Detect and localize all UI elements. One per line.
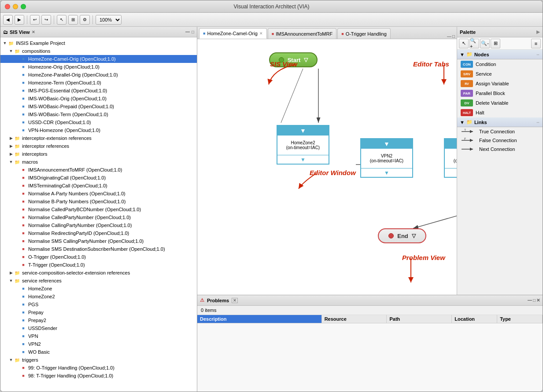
tree-svc-prepay[interactable]: ■ Prepay xyxy=(0,308,197,316)
problems-close-btn[interactable]: ✕ xyxy=(536,298,540,303)
toolbar-select[interactable]: ↖ xyxy=(57,15,66,25)
end-node[interactable]: End ▽ xyxy=(378,228,426,243)
annotation-sis-view: SIS View xyxy=(270,60,297,68)
tree-norm-a[interactable]: ■ Normalise A-Party Numbers (OpenCloud;1… xyxy=(0,190,197,198)
toolbar-back[interactable]: ◀ xyxy=(3,15,13,25)
col-path[interactable]: Path xyxy=(387,315,452,323)
tree-scs-ext[interactable]: ▶ 📁 service-composition-selector-extensi… xyxy=(0,269,197,277)
tree-svc-vpn2[interactable]: ■ VPN2 xyxy=(0,340,197,348)
tree-norm-called[interactable]: ■ Normalise CalledPartyNumber (OpenCloud… xyxy=(0,213,197,221)
tree-ims-orig[interactable]: ■ IMSOriginatingCall (OpenCloud;1.0) xyxy=(0,174,197,182)
palette-zoom-in-tool[interactable]: 🔍+ xyxy=(469,39,479,48)
minimize-button[interactable] xyxy=(13,4,18,9)
tree-triggers[interactable]: ▼ 📁 triggers xyxy=(0,356,197,364)
tree-interceptor-ref[interactable]: ▶ 📁 interceptor references xyxy=(0,142,197,150)
tree-macros[interactable]: ▼ 📁 macros xyxy=(0,158,197,166)
tree-root[interactable]: ▼ 📁 INSIS Example Project xyxy=(0,39,197,47)
tab1-close[interactable]: ✕ xyxy=(259,31,263,36)
tree-item-homezone-orig[interactable]: ■ Homezone-Orig (OpenCloud;1.0) xyxy=(0,63,197,71)
tree-svc-homezone[interactable]: ■ HomeZone xyxy=(0,285,197,293)
nodes-section-header[interactable]: ▼ 📁 Nodes ↔ xyxy=(457,50,543,59)
palette-halt[interactable]: HALT Halt xyxy=(457,108,543,117)
tree-svc-homezone2[interactable]: ■ HomeZone2 xyxy=(0,293,197,300)
tree-norm-bcd[interactable]: ■ Normalise CalledPartyBCDNumber (OpenCl… xyxy=(0,205,197,213)
palette-grid-tool[interactable]: ⊞ xyxy=(491,39,500,48)
zoom-select[interactable]: 100% xyxy=(96,15,122,25)
tab-ims-ann[interactable]: ■ IMSAnnouncementToMRF xyxy=(268,28,336,39)
tab-o-trigger[interactable]: ■ O-Trigger Handling xyxy=(337,28,391,39)
palette-parallel[interactable]: PAR Parallel Block xyxy=(457,88,543,98)
palette-false-conn[interactable]: F False Connection xyxy=(457,136,543,145)
tab-homezone-camel[interactable]: ■ HomeZone-Camel-Orig ✕ xyxy=(199,28,267,39)
sis-minimize-btn[interactable]: — xyxy=(185,29,190,34)
tree-ims-term[interactable]: ■ IMSTerminatingCall (OpenCloud;1.0) xyxy=(0,182,197,190)
toolbar-grid[interactable]: ⊞ xyxy=(68,15,78,25)
tree-svc-ussdsender[interactable]: ■ USSDSender xyxy=(0,324,197,332)
node-homezone2-label: HomeZone2 xyxy=(291,140,315,145)
node-prepay2[interactable]: ▼ Prepay2 (on-timeout=IAC) ▼ xyxy=(444,138,457,178)
end-dropdown-icon[interactable]: ▽ xyxy=(412,233,416,239)
tree-svc-wobasic[interactable]: ■ WO Basic xyxy=(0,348,197,356)
node-homezone2[interactable]: ▼ HomeZone2 (on-timeout=IAC) ▼ xyxy=(277,125,329,165)
tree-item-ussd[interactable]: ■ USSD-CDR (OpenCloud;1.0) xyxy=(0,118,197,126)
tree-t-trigger-handling[interactable]: ■ 98: T-Trigger Handling (OpenCloud;1.0) xyxy=(0,372,197,380)
tree-svc-pgs[interactable]: ■ PGS xyxy=(0,300,197,308)
problems-max-btn[interactable]: □ xyxy=(533,298,536,303)
tree-item-vpn-homezone[interactable]: ■ VPN-Homezone (OpenCloud;1.0) xyxy=(0,126,197,134)
tree-norm-calling[interactable]: ■ Normalise CallingPartyNumber (OpenClou… xyxy=(0,221,197,229)
tree-ims-ann[interactable]: ■ IMSAnnouncementToMRF (OpenCloud;1.0) xyxy=(0,166,197,174)
tree-item-ims-wobasic-prepaid[interactable]: ■ IMS-WOBasic-Prepaid (OpenCloud;1.0) xyxy=(0,103,197,110)
tree-o-trigger-handling[interactable]: ■ 99: O-Trigger Handling (OpenCloud;1.0) xyxy=(0,364,197,372)
tree-o-trigger[interactable]: ■ O-Trigger (OpenCloud;1.0) xyxy=(0,253,197,261)
tree-interceptors[interactable]: ▶ 📁 interceptors xyxy=(0,150,197,158)
tree-item-homezone-camel[interactable]: ■ HomeZone-Camel-Orig (OpenCloud;1.0) xyxy=(0,55,197,63)
tree-item-ims-wobasic-orig[interactable]: ■ IMS-WOBasic-Orig (OpenCloud;1.0) xyxy=(0,95,197,103)
problems-tab-close[interactable]: ✕ xyxy=(232,298,238,303)
editor-min-btn[interactable]: — xyxy=(447,34,451,39)
tree-norm-redir[interactable]: ■ Normalise RedirectingPartyID (OpenClou… xyxy=(0,229,197,237)
tree-svc-vpn[interactable]: ■ VPN xyxy=(0,332,197,340)
tree-norm-sms-dest[interactable]: ■ Normalise SMS DestinationSubscriberNum… xyxy=(0,245,197,253)
problems-min-btn[interactable]: — xyxy=(528,298,532,303)
toolbar-redo[interactable]: ↪ xyxy=(41,15,51,25)
close-button[interactable] xyxy=(5,4,10,9)
toolbar-settings[interactable]: ⚙ xyxy=(80,15,90,25)
toolbar-forward[interactable]: ▶ xyxy=(15,15,24,25)
editor-max-btn[interactable]: □ xyxy=(452,34,455,39)
start-dropdown-icon[interactable]: ▽ xyxy=(304,57,308,63)
palette-zoom-out-tool[interactable]: 🔍- xyxy=(480,39,490,48)
palette-condition[interactable]: CON Condition xyxy=(457,59,543,69)
maximize-button[interactable] xyxy=(21,4,26,9)
tree-compositions[interactable]: ▼ 📁 compositions xyxy=(0,47,197,55)
tree-norm-sms-calling[interactable]: ■ Normalise SMS CallingPartyNumber (Open… xyxy=(0,237,197,245)
toolbar-undo[interactable]: ↩ xyxy=(30,15,40,25)
tree-norm-b[interactable]: ■ Normalise B-Party Numbers (OpenCloud;1… xyxy=(0,198,197,205)
tree-interceptor-ext[interactable]: ▶ 📁 interceptor-extension references xyxy=(0,134,197,142)
problems-header: ⚠ Problems ✕ — □ ✕ xyxy=(197,295,543,306)
palette-next-conn[interactable]: Next Connection xyxy=(457,145,543,154)
tree-item-homezone-par[interactable]: ■ HomeZone-Parallel-Orig (OpenCloud;1.0) xyxy=(0,71,197,79)
tree-service-refs[interactable]: ▼ 📁 service references xyxy=(0,277,197,285)
tree-item-ims-wobasic-term[interactable]: ■ IMS-WOBasic-Term (OpenCloud;1.0) xyxy=(0,110,197,118)
tree-svc-prepay2[interactable]: ■ Prepay2 xyxy=(0,316,197,324)
sis-maximize-btn[interactable]: □ xyxy=(192,29,194,34)
node-vpn2-sub: (on-timeout=IAC) xyxy=(370,158,403,163)
tree-t-trigger[interactable]: ■ T-Trigger (OpenCloud;1.0) xyxy=(0,261,197,269)
links-section-header[interactable]: ▼ 📁 Links ↔ xyxy=(457,117,543,127)
palette-delete-var[interactable]: DV Delete Variable xyxy=(457,98,543,108)
window-controls xyxy=(5,4,26,9)
palette-options-btn[interactable]: ≡ xyxy=(531,39,541,48)
col-description[interactable]: Description xyxy=(197,315,322,323)
tree-item-ims-pgs[interactable]: ■ IMS-PGS-Essential (OpenCloud;1.0) xyxy=(0,87,197,95)
halt-icon: HALT xyxy=(461,109,473,116)
tree-item-homezone-term[interactable]: ■ Homezone-Term (OpenCloud;1.0) xyxy=(0,79,197,87)
palette-assign-variable[interactable]: RV Assign Variable xyxy=(457,79,543,88)
col-resource[interactable]: Resource xyxy=(322,315,387,323)
col-type[interactable]: Type xyxy=(497,315,543,323)
col-location[interactable]: Location xyxy=(452,315,497,323)
palette-select-tool[interactable]: ↖ xyxy=(459,39,469,48)
node-vpn2[interactable]: ▼ VPN2 (on-timeout=IAC) ▼ xyxy=(360,138,413,178)
palette-service[interactable]: SRV Service xyxy=(457,69,543,79)
palette-expand-btn[interactable]: ▶ xyxy=(536,29,540,34)
palette-true-conn[interactable]: T True Connection xyxy=(457,127,543,136)
